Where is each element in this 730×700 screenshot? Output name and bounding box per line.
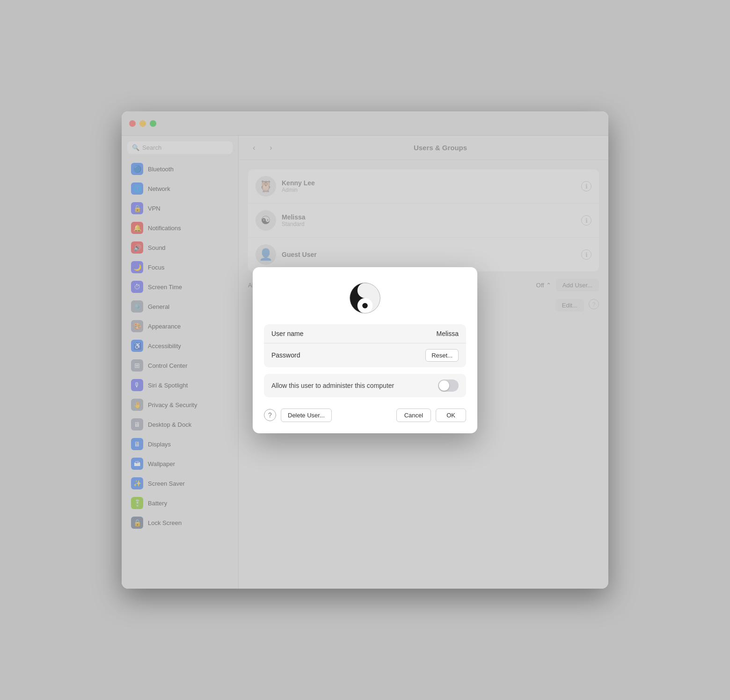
admin-label: Allow this user to administer this compu…: [271, 382, 438, 389]
toggle-knob: [439, 380, 449, 391]
svg-point-0: [362, 288, 368, 293]
dialog-fields: User name Melissa Password Reset...: [264, 324, 466, 367]
ok-button[interactable]: OK: [436, 408, 466, 422]
yin-yang-icon: [348, 281, 382, 315]
delete-user-button[interactable]: Delete User...: [281, 408, 332, 422]
dialog-actions: ? Delete User... Cancel OK: [264, 408, 466, 422]
password-label: Password: [271, 351, 425, 359]
dialog-avatar: [264, 281, 466, 315]
dialog-help-button[interactable]: ?: [264, 409, 276, 421]
dialog: User name Melissa Password Reset... Allo…: [253, 267, 477, 433]
svg-point-1: [362, 303, 368, 308]
reset-password-button[interactable]: Reset...: [425, 349, 459, 362]
content-area: 🔍 Search 🔵Bluetooth🌐Network🔒VPN🔔Notifica…: [122, 136, 608, 589]
username-field: User name Melissa: [264, 324, 466, 343]
username-value: Melissa: [437, 330, 459, 337]
modal-overlay: User name Melissa Password Reset... Allo…: [122, 136, 608, 589]
system-preferences-window: 🔍 Search 🔵Bluetooth🌐Network🔒VPN🔔Notifica…: [122, 111, 608, 589]
username-label: User name: [271, 330, 437, 337]
admin-toggle[interactable]: [438, 379, 459, 392]
admin-toggle-row: Allow this user to administer this compu…: [264, 374, 466, 397]
password-field: Password Reset...: [264, 343, 466, 367]
cancel-button[interactable]: Cancel: [396, 408, 431, 422]
